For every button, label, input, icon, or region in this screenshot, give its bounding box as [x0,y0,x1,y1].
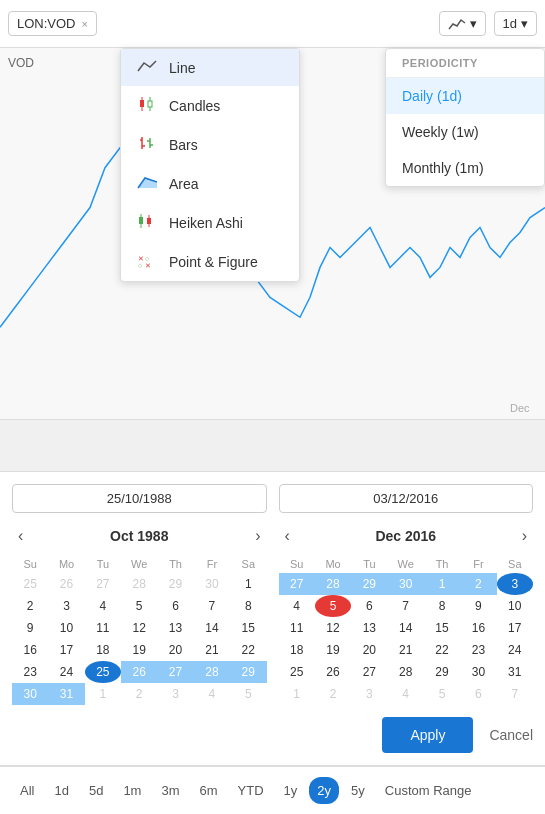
list-item[interactable]: 26 [315,661,351,683]
list-item[interactable]: 8 [230,595,266,617]
list-item[interactable]: 6 [157,595,193,617]
list-item[interactable]: 15 [424,617,460,639]
list-item[interactable]: 13 [157,617,193,639]
list-item[interactable]: 25 [12,573,48,595]
list-item[interactable]: 30 [12,683,48,705]
list-item[interactable]: 18 [85,639,121,661]
range-all[interactable]: All [12,777,42,804]
list-item[interactable]: 3 [48,595,84,617]
list-item[interactable]: 1 [230,573,266,595]
list-item[interactable]: 6 [460,683,496,705]
list-item[interactable]: 5 [230,683,266,705]
chart-type-pf[interactable]: ✕ ○ ○ ✕ Point & Figure [121,242,299,281]
list-item[interactable]: 2 [460,573,496,595]
list-item[interactable]: 29 [157,573,193,595]
list-item[interactable]: 31 [497,661,533,683]
list-item[interactable]: 29 [424,661,460,683]
list-item[interactable]: 3 [497,573,533,595]
list-item[interactable]: 25 [85,661,121,683]
list-item[interactable]: 28 [315,573,351,595]
right-prev-button[interactable]: ‹ [279,525,296,547]
list-item[interactable]: 3 [157,683,193,705]
list-item[interactable]: 28 [194,661,230,683]
range-1m[interactable]: 1m [115,777,149,804]
chart-type-bars[interactable]: Bars [121,125,299,164]
list-item[interactable]: 23 [460,639,496,661]
list-item[interactable]: 18 [279,639,315,661]
chart-type-button[interactable]: ▾ [439,11,486,36]
apply-button[interactable]: Apply [382,717,473,753]
period-daily[interactable]: Daily (1d) [386,78,544,114]
list-item[interactable]: 27 [351,661,387,683]
list-item[interactable]: 11 [279,617,315,639]
list-item[interactable]: 7 [388,595,424,617]
list-item[interactable]: 29 [351,573,387,595]
range-ytd[interactable]: YTD [230,777,272,804]
list-item[interactable]: 7 [194,595,230,617]
list-item[interactable]: 21 [194,639,230,661]
chart-type-line[interactable]: Line [121,49,299,86]
list-item[interactable]: 9 [460,595,496,617]
list-item[interactable]: 31 [48,683,84,705]
list-item[interactable]: 28 [121,573,157,595]
list-item[interactable]: 3 [351,683,387,705]
list-item[interactable]: 4 [279,595,315,617]
list-item[interactable]: 24 [48,661,84,683]
range-5d[interactable]: 5d [81,777,111,804]
list-item[interactable]: 17 [497,617,533,639]
list-item[interactable]: 26 [48,573,84,595]
period-monthly[interactable]: Monthly (1m) [386,150,544,186]
list-item[interactable]: 30 [460,661,496,683]
list-item[interactable]: 1 [279,683,315,705]
list-item[interactable]: 5 [315,595,351,617]
list-item[interactable]: 10 [497,595,533,617]
list-item[interactable]: 13 [351,617,387,639]
chart-type-candles[interactable]: Candles [121,86,299,125]
list-item[interactable]: 16 [12,639,48,661]
list-item[interactable]: 11 [85,617,121,639]
list-item[interactable]: 30 [194,573,230,595]
list-item[interactable]: 4 [194,683,230,705]
list-item[interactable]: 2 [121,683,157,705]
list-item[interactable]: 21 [388,639,424,661]
list-item[interactable]: 6 [351,595,387,617]
left-next-button[interactable]: › [249,525,266,547]
list-item[interactable]: 23 [12,661,48,683]
range-5y[interactable]: 5y [343,777,373,804]
list-item[interactable]: 27 [157,661,193,683]
list-item[interactable]: 22 [230,639,266,661]
list-item[interactable]: 1 [424,573,460,595]
period-weekly[interactable]: Weekly (1w) [386,114,544,150]
range-2y[interactable]: 2y [309,777,339,804]
end-date-input[interactable] [279,484,534,513]
symbol-tab[interactable]: LON:VOD × [8,11,97,36]
list-item[interactable]: 1 [85,683,121,705]
list-item[interactable]: 9 [12,617,48,639]
list-item[interactable]: 16 [460,617,496,639]
chart-type-heiken[interactable]: Heiken Ashi [121,203,299,242]
list-item[interactable]: 29 [230,661,266,683]
range-1d[interactable]: 1d [46,777,76,804]
list-item[interactable]: 4 [388,683,424,705]
list-item[interactable]: 17 [48,639,84,661]
list-item[interactable]: 22 [424,639,460,661]
range-custom[interactable]: Custom Range [377,777,480,804]
left-prev-button[interactable]: ‹ [12,525,29,547]
range-6m[interactable]: 6m [192,777,226,804]
list-item[interactable]: 12 [121,617,157,639]
list-item[interactable]: 8 [424,595,460,617]
list-item[interactable]: 2 [315,683,351,705]
list-item[interactable]: 5 [424,683,460,705]
list-item[interactable]: 14 [194,617,230,639]
chart-type-area[interactable]: Area [121,164,299,203]
list-item[interactable]: 12 [315,617,351,639]
start-date-input[interactable] [12,484,267,513]
list-item[interactable]: 19 [121,639,157,661]
list-item[interactable]: 4 [85,595,121,617]
list-item[interactable]: 15 [230,617,266,639]
list-item[interactable]: 5 [121,595,157,617]
list-item[interactable]: 14 [388,617,424,639]
list-item[interactable]: 20 [157,639,193,661]
list-item[interactable]: 27 [85,573,121,595]
list-item[interactable]: 26 [121,661,157,683]
